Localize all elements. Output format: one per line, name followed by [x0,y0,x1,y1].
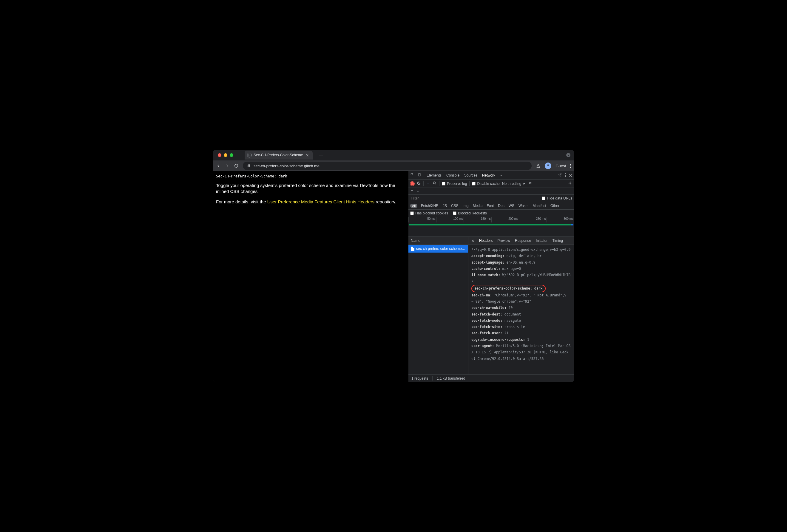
detail-tab-response[interactable]: Response [515,239,531,243]
network-blocked-row: Has blocked cookies Blocked Requests [408,209,574,217]
throttling-select[interactable]: No throttling [502,182,526,186]
forward-button[interactable] [225,163,230,168]
type-media[interactable]: Media [472,203,483,208]
document-icon [411,247,414,251]
detail-tab-initiator[interactable]: Initiator [536,239,548,243]
header-line: sec-fetch-user: ?1 [471,330,571,336]
network-toolbar: Preserve log Disable cache No throttling [408,179,574,188]
header-line: accept-encoding: gzip, deflate, br [471,253,571,259]
reload-button[interactable] [234,163,239,168]
filter-input[interactable] [410,196,456,201]
network-timeline[interactable]: 50 ms 100 ms 150 ms 200 ms 250 ms 300 ms [408,217,574,237]
network-status-bar: 1 requests 1.1 kB transferred [408,374,574,382]
labs-icon[interactable] [536,163,540,168]
header-line: sec-ch-ua: "Chromium";v="92", " Not A;Br… [471,292,571,305]
type-js[interactable]: JS [442,203,447,208]
page-link[interactable]: User Preference Media Features Client Hi… [267,199,375,204]
tab-strip: Sec-CH-Prefers-Color-Scheme [213,150,574,160]
record-button[interactable] [410,182,414,186]
header-line: cache-control: max-age=0 [471,266,571,272]
close-tab-icon[interactable] [306,154,309,157]
download-icon[interactable] [416,189,420,194]
header-line: sec-fetch-dest: document [471,311,571,317]
filter-icon[interactable] [426,181,430,186]
header-line: sec-ch-ua-mobile: ?0 [471,305,571,311]
type-font[interactable]: Font [486,203,494,208]
detail-tab-preview[interactable]: Preview [497,239,510,243]
request-detail: Headers Preview Response Initiator Timin… [468,237,574,374]
panel-tab-network[interactable]: Network [482,173,495,177]
globe-icon [247,153,252,157]
device-icon[interactable] [417,173,422,178]
network-filter-row: Hide data URLs [408,195,574,202]
type-all[interactable]: All [410,204,417,208]
url-text: sec-ch-prefers-color-scheme.glitch.me [254,164,320,168]
devtools-panel: Elements Console Sources Network » Prese [408,171,574,382]
type-img[interactable]: Img [462,203,469,208]
devtools-panel-tabs: Elements Console Sources Network » [427,173,556,177]
devtools-settings-icon[interactable] [558,173,562,178]
search-icon[interactable] [432,181,437,186]
disable-cache-checkbox[interactable]: Disable cache [472,182,499,186]
tab-title: Sec-CH-Prefers-Color-Scheme [254,153,303,157]
window-controls [218,153,233,157]
type-other[interactable]: Other [550,203,560,208]
browser-toolbar: sec-ch-prefers-color-scheme.glitch.me Gu… [213,160,574,171]
minimize-window[interactable] [224,153,227,157]
type-wasm[interactable]: Wasm [518,203,529,208]
headers-pane[interactable]: */*;q=0.8,application/signed-exchange;v=… [468,245,574,374]
tab-menu-button[interactable] [566,153,570,157]
back-button[interactable] [216,163,221,168]
detail-tab-timing[interactable]: Timing [552,239,563,243]
request-row[interactable]: sec-ch-prefers-color-scheme… [408,245,468,252]
type-css[interactable]: CSS [450,203,459,208]
svg-point-0 [560,174,561,175]
detail-close-icon[interactable] [471,239,474,242]
new-tab-button[interactable] [319,153,323,157]
has-blocked-cookies-checkbox[interactable]: Has blocked cookies [410,211,448,215]
type-doc[interactable]: Doc [497,203,505,208]
svg-point-2 [433,182,435,184]
clear-icon[interactable] [417,181,421,186]
browser-window: Sec-CH-Prefers-Color-Scheme sec-ch-prefe… [213,150,574,382]
profile-label: Guest [555,164,566,168]
type-ws[interactable]: WS [508,203,515,208]
network-type-filter: All Fetch/XHR JS CSS Img Media Font Doc … [408,202,574,209]
blocked-requests-checkbox[interactable]: Blocked Requests [453,211,487,215]
browser-menu-button[interactable] [570,164,571,168]
lock-icon [247,163,251,169]
detail-tab-headers[interactable]: Headers [479,239,492,243]
network-io-row [408,188,574,195]
request-list: Name sec-ch-prefers-color-scheme… [408,237,468,374]
svg-point-3 [570,182,571,184]
type-fetch[interactable]: Fetch/XHR [420,203,439,208]
header-line: sec-fetch-site: cross-site [471,324,571,330]
devtools-close-icon[interactable] [569,173,573,177]
network-conditions-icon[interactable] [528,181,533,186]
panel-tab-elements[interactable]: Elements [427,173,442,177]
maximize-window[interactable] [230,153,233,157]
type-manifest[interactable]: Manifest [532,203,547,208]
browser-tab[interactable]: Sec-CH-Prefers-Color-Scheme [244,151,313,159]
header-line: accept-language: en-US,en;q=0.9 [471,260,571,266]
header-line: sec-ch-prefers-color-scheme: dark [471,285,571,292]
profile-avatar[interactable] [545,162,551,169]
header-line: user-agent: Mozilla/5.0 (Macintosh; Inte… [471,343,571,362]
panel-tab-console[interactable]: Console [446,173,460,177]
header-line: if-none-match: W/"392-B+pCtpzl+pyWUSHMRn… [471,272,571,285]
inspect-icon[interactable] [410,173,414,178]
network-settings-icon[interactable] [568,181,572,186]
status-requests: 1 requests [411,376,428,380]
page-header-mono: Sec-CH-Prefers-Color-Scheme: dark [216,174,405,178]
panel-tab-sources[interactable]: Sources [464,173,477,177]
header-line: */*;q=0.8,application/signed-exchange;v=… [471,247,571,253]
name-column-header[interactable]: Name [408,237,468,245]
address-bar[interactable]: sec-ch-prefers-color-scheme.glitch.me [243,162,532,170]
more-tabs-icon[interactable]: » [500,173,502,177]
close-window[interactable] [218,153,221,157]
upload-icon[interactable] [410,189,414,194]
preserve-log-checkbox[interactable]: Preserve log [442,182,467,186]
hide-data-urls-checkbox[interactable]: Hide data URLs [542,196,572,200]
devtools-menu-icon[interactable] [565,173,566,177]
devtools-top-bar: Elements Console Sources Network » [408,171,574,179]
